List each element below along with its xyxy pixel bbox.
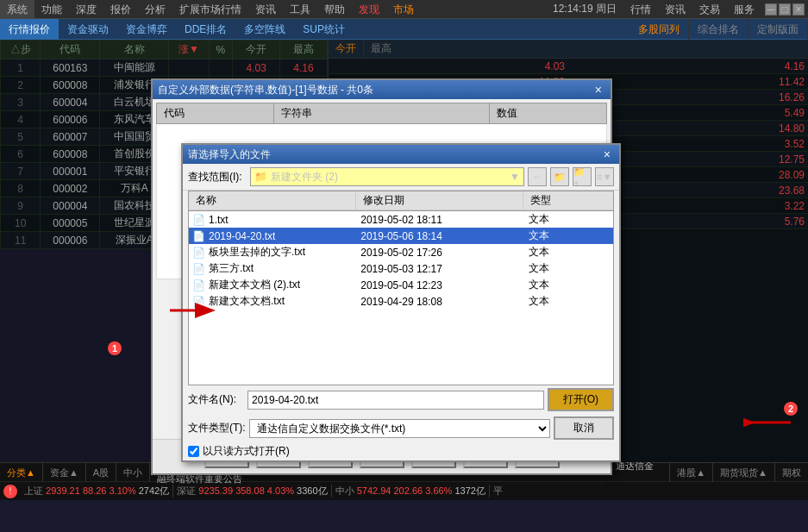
file-type: 文本 [525,245,613,260]
small-vol: 1372亿 [454,485,485,496]
menu-discover[interactable]: 发现 [352,0,386,19]
menu-function[interactable]: 功能 [34,0,69,19]
file-list-item[interactable]: 📄 新建文本文档 (2).txt 2019-05-04 12:23 文本 [189,277,613,293]
file-type: 文本 [525,294,613,309]
menu-depth[interactable]: 深度 [69,0,103,19]
filetype-select[interactable]: 通达信自定义数据交换文件(*.txt) [249,419,550,438]
current-time: 12:14:19 周日 [546,2,623,16]
file-icon: 📄 [192,296,205,308]
file-dialog-close[interactable]: × [600,147,614,161]
outer-col-string: 字符串 [274,103,490,124]
small-label: 中小 [335,485,354,496]
menu-quote[interactable]: 报价 [103,0,138,19]
tab-capital-game[interactable]: 资金博弈 [117,19,176,40]
small-pct: 3.66% [425,485,452,496]
file-type: 文本 [525,212,613,227]
menu-service[interactable]: 服务 [727,0,761,19]
tab-quotes[interactable]: 行情报价 [0,19,59,40]
menu-extended[interactable]: 扩展市场行情 [172,0,248,19]
file-name: 板块里去掉的文字.txt [209,245,305,260]
index-small: 中小 5742.94 202.66 3.66% 1372亿 [332,485,490,498]
filetype-label: 文件类型(T): [188,421,246,435]
close-button[interactable]: × [792,3,805,16]
small-change: 202.66 [393,485,423,496]
file-icon: 📄 [192,247,205,259]
tab-custom-view[interactable]: 定制版面 [748,19,808,40]
tab-long-short[interactable]: 多空阵线 [235,19,294,40]
file-name: 新建文本文档.txt [209,294,285,309]
file-list-item[interactable]: 📄 第三方.txt 2019-05-03 12:17 文本 [189,260,613,277]
menu-news[interactable]: 资讯 [248,0,283,19]
sz-pct: 4.03% [267,485,294,496]
file-icon: 📄 [192,279,205,291]
file-dialog: 请选择导入的文件 × 查找范围(I): 📁 新建文件夹 (2) ▼ ← 📁 📁+… [181,143,621,462]
nav-new-folder-button[interactable]: 📁+ [573,167,592,186]
tab-overall-rank[interactable]: 综合排名 [689,19,748,40]
tab-a-share[interactable]: A股 [86,463,116,482]
menu-trade[interactable]: 交易 [692,0,727,19]
menu-news-right[interactable]: 资讯 [658,0,692,19]
tab-options[interactable]: 期权 [774,463,808,482]
file-date: 2019-05-06 18:14 [357,230,525,242]
view-button[interactable]: ≡▼ [595,167,614,186]
tab-capital-drive[interactable]: 资金驱动 [59,19,117,40]
badge-2: 2 [784,402,798,416]
file-list-header: 名称 修改日期 类型 [188,191,614,210]
tab-capital[interactable]: 资金▲ [43,463,86,482]
readonly-row: 以只读方式打开(R) [183,442,619,460]
nav-back-button[interactable]: ← [528,167,547,186]
index-sz: 深证 9235.39 358.08 4.03% 3360亿 [173,485,331,498]
file-list-item[interactable]: 📄 新建文本文档.txt 2019-04-29 18:08 文本 [189,293,613,310]
tab-futures[interactable]: 期货现货▲ [712,463,774,482]
maximize-button[interactable]: □ [779,3,791,16]
sz-value: 9235.39 [198,485,233,496]
open-button[interactable]: 打开(O) [548,388,614,411]
col-type[interactable]: 类型 [523,191,613,210]
cancel-button[interactable]: 取消 [554,416,614,440]
file-toolbar: 查找范围(I): 📁 新建文件夹 (2) ▼ ← 📁 📁+ ≡▼ [183,164,619,191]
index-sh: 上证 2939.21 88.26 3.10% 2742亿 [21,485,173,498]
menu-analysis[interactable]: 分析 [138,0,172,19]
file-date: 2019-04-29 18:08 [357,296,525,308]
tab-small-cap[interactable]: 中小 [116,463,150,482]
filename-input[interactable] [247,391,544,410]
filename-row: 文件名(N): 打开(O) [183,385,619,414]
nav-up-button[interactable]: 📁 [550,167,569,186]
menu-tools[interactable]: 工具 [283,0,317,19]
look-in-folder[interactable]: 📁 新建文件夹 (2) ▼ [250,167,524,186]
file-date: 2019-05-02 17:26 [357,247,525,259]
col-date[interactable]: 修改日期 [356,191,523,210]
outer-col-code: 代码 [157,103,274,124]
outer-dialog-titlebar[interactable]: 自定义外部数据(字符串,数值)-[1]号数据 - 共0条 × [153,80,611,99]
file-dialog-titlebar[interactable]: 请选择导入的文件 × [183,145,619,164]
readonly-checkbox[interactable] [188,446,199,457]
file-list-item[interactable]: 📄 2019-04-20.txt 2019-05-06 18:14 文本 [189,228,613,244]
second-toolbar: 行情报价 资金驱动 资金博弈 DDE排名 多空阵线 SUP统计 多股同列 综合排… [0,19,808,40]
sh-label: 上证 [24,485,43,496]
tab-dde-rank[interactable]: DDE排名 [176,19,235,40]
file-dialog-title: 请选择导入的文件 [188,147,271,162]
menu-market[interactable]: 市场 [386,0,421,19]
tab-hk[interactable]: 港股▲ [669,463,712,482]
sz-label: 深证 [177,485,196,496]
tab-multi-stock[interactable]: 多股同列 [629,19,689,40]
file-type: 文本 [525,278,613,292]
file-date: 2019-05-04 12:23 [357,279,525,291]
outer-dialog-close[interactable]: × [592,83,605,97]
file-list: 📄 1.txt 2019-05-02 18:11 文本 📄 2019-04-20… [188,210,614,385]
menu-system[interactable]: 系统 [0,0,34,19]
menu-help[interactable]: 帮助 [317,0,352,19]
tab-sup[interactable]: SUP统计 [294,19,354,40]
file-dialog-content: 查找范围(I): 📁 新建文件夹 (2) ▼ ← 📁 📁+ ≡▼ 名称 修改日期… [183,164,619,460]
tab-category[interactable]: 分类▲ [0,463,43,482]
file-icon: 📄 [192,263,205,275]
index-bar: ! 上证 2939.21 88.26 3.10% 2742亿 深证 9235.3… [0,481,808,500]
file-list-item[interactable]: 📄 1.txt 2019-05-02 18:11 文本 [189,211,613,228]
file-list-item[interactable]: 📄 板块里去掉的文字.txt 2019-05-02 17:26 文本 [189,244,613,260]
minimize-button[interactable]: ─ [765,3,777,16]
col-filename[interactable]: 名称 [189,191,356,210]
menu-quote-right[interactable]: 行情 [623,0,658,19]
file-name: 新建文本文档 (2).txt [209,278,300,292]
badge-1: 1 [108,341,122,355]
main-area: △步 代码 名称 涨▼ % 今开 最高 1 600163 中闽能源 4.03 4… [0,40,808,462]
